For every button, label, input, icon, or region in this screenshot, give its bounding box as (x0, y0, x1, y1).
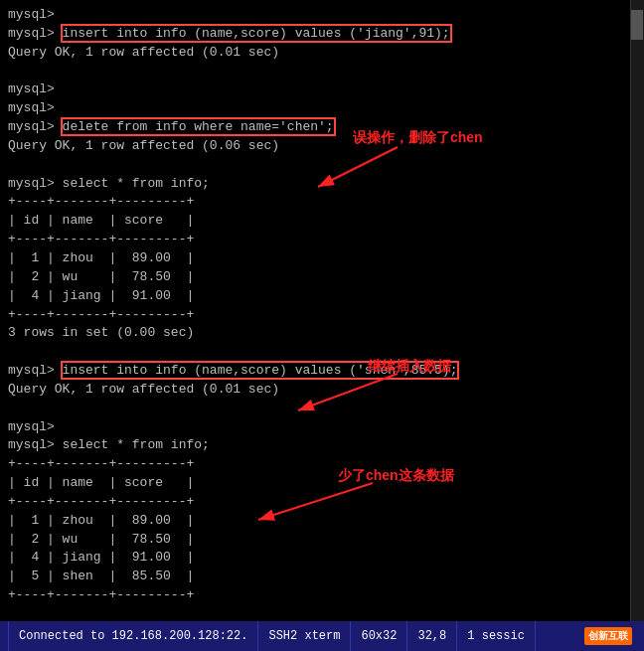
terminal-line: +----+-------+---------+ (8, 455, 636, 474)
statusbar: Connected to 192.168.200.128:22. SSH2 xt… (0, 621, 644, 651)
status-session: 1 sessic (457, 621, 536, 651)
terminal-line: | 2 | wu | 78.50 | (8, 531, 636, 550)
terminal-line: mysql> insert into info (name,score) val… (8, 362, 636, 381)
terminal-line: 3 rows in set (0.00 sec) (8, 324, 636, 343)
terminal-line: | id | name | score | (8, 212, 636, 231)
terminal-line: | 5 | shen | 85.50 | (8, 568, 636, 586)
terminal-line: | 4 | jiang | 91.00 | (8, 549, 636, 568)
terminal-line: mysql> (8, 418, 636, 437)
terminal-line: +----+-------+---------+ (8, 231, 636, 249)
status-size: 60x32 (351, 621, 407, 651)
scrollbar[interactable] (630, 0, 644, 621)
terminal-line: mysql> (8, 6, 636, 25)
terminal-line: | 1 | zhou | 89.00 | (8, 512, 636, 531)
terminal-line: mysql> select * from info; (8, 436, 636, 455)
terminal-line: +----+-------+---------+ (8, 306, 636, 325)
terminal-line: Query OK, 1 row affected (0.01 sec) (8, 381, 636, 400)
terminal-line: | 1 | zhou | 89.00 | (8, 249, 636, 268)
status-chars: 32,8 (407, 621, 457, 651)
terminal-line: mysql> (8, 81, 636, 99)
terminal-line: | 2 | wu | 78.50 | (8, 268, 636, 287)
terminal-line: Query OK, 1 row affected (0.01 sec) (8, 44, 636, 63)
terminal-line: mysql> (8, 99, 636, 118)
terminal-line: +----+-------+---------+ (8, 193, 636, 212)
terminal-line (8, 156, 636, 175)
terminal-line: +----+-------+---------+ (8, 493, 636, 512)
terminal-line (8, 63, 636, 81)
terminal-line (8, 400, 636, 418)
terminal-line: +----+-------+---------+ (8, 586, 636, 605)
logo-box: 创新互联 (584, 627, 632, 645)
terminal-line: | id | name | score | (8, 474, 636, 493)
terminal-line (8, 343, 636, 362)
terminal-line: mysql> delete from info where name='chen… (8, 118, 636, 137)
status-protocol: SSH2 xterm (258, 621, 351, 651)
terminal: mysql>mysql> insert into info (name,scor… (0, 0, 644, 621)
status-connection: Connected to 192.168.200.128:22. (8, 621, 258, 651)
terminal-line: mysql> insert into info (name,score) val… (8, 25, 636, 44)
terminal-line: | 4 | jiang | 91.00 | (8, 287, 636, 306)
terminal-line: mysql> select * from info; (8, 175, 636, 194)
scrollbar-thumb[interactable] (631, 10, 643, 40)
terminal-line: Query OK, 1 row affected (0.06 sec) (8, 137, 636, 156)
